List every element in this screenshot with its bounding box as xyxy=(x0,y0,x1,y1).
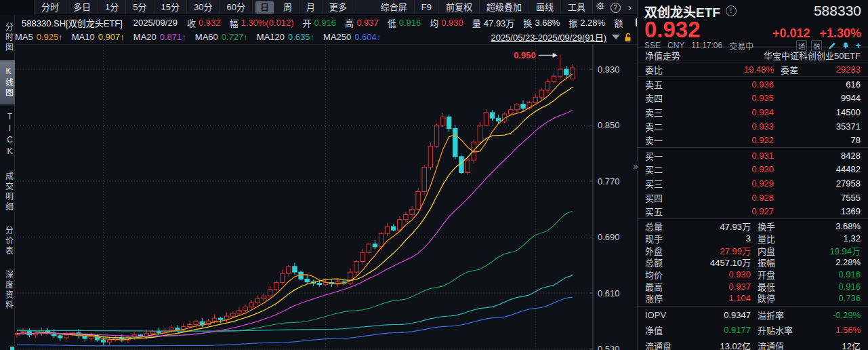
period-tab[interactable]: 30分 xyxy=(187,0,220,15)
order-level-label: 买三 xyxy=(645,177,680,190)
tool-menu-item[interactable]: 综合屏 xyxy=(374,0,415,15)
sidebar-tab[interactable]: K线图 xyxy=(0,60,15,104)
period-tab[interactable]: 1分 xyxy=(98,0,126,15)
stat-label: 总额 xyxy=(645,256,680,269)
stats-grid: 总量47.93万换手3.68%现手3量比1.32外盘27.99万内盘19.94万… xyxy=(638,218,868,306)
period-tab[interactable]: 日 xyxy=(255,1,274,14)
date-range-dropdown-icon[interactable] xyxy=(612,35,620,39)
ask-orderbook: 卖五0.936616卖四0.9359944卖三0.93414500卖二0.933… xyxy=(638,76,868,147)
period-tab[interactable]: 月 xyxy=(299,0,323,15)
order-level-label: 买四 xyxy=(645,191,680,204)
help-icon[interactable]: ? xyxy=(608,2,623,13)
quote-field-value: 1.30%(0.012) xyxy=(241,18,293,28)
stat-value: 0.916 xyxy=(801,269,861,279)
order-volume: 27958 xyxy=(774,178,861,189)
bid-row[interactable]: 买二0.93044482 xyxy=(645,163,861,177)
quote-field-value: 0.930 xyxy=(441,18,463,28)
ma-label: MA250 xyxy=(323,32,351,42)
period-tab[interactable]: 5分 xyxy=(126,0,154,15)
period-tab[interactable]: 周 xyxy=(276,0,299,15)
stat-label: 现手 xyxy=(645,232,680,245)
tool-menu-item[interactable]: 画线 xyxy=(529,0,561,15)
sidebar-tab[interactable]: 成交明细 xyxy=(0,166,15,218)
bid-row[interactable]: 买五0.9271369 xyxy=(645,204,861,218)
valuation-grid: IOPV0.9347溢折率-0.29%净值0.9177升贴水率1.56%流通盘1… xyxy=(638,306,868,350)
ask-row[interactable]: 卖一0.93278 xyxy=(645,133,861,147)
sidebar-tab[interactable]: TICK xyxy=(0,106,15,164)
chevron-right-icon[interactable]: › xyxy=(623,1,637,13)
unlock-icon[interactable] xyxy=(624,33,633,42)
ma-label: MA10 xyxy=(72,32,95,42)
stat-label: 最高 xyxy=(645,280,680,293)
quote-field-value: 0.916 xyxy=(399,18,421,28)
panel-expander[interactable]: » xyxy=(632,161,640,171)
underlying-fund-link[interactable]: 华宝中证科创创业50ETF xyxy=(764,49,861,62)
quote-field: 收0.932 xyxy=(187,16,221,29)
stat-row: 外盘27.99万内盘19.94万 xyxy=(645,244,861,256)
stat-value: 4457.10万 xyxy=(680,256,751,269)
order-volume: 9944 xyxy=(774,93,861,103)
stat-label: 流通盘 xyxy=(645,339,680,350)
stat-value: 0.736 xyxy=(801,293,861,303)
stat-label: 量比 xyxy=(758,232,801,245)
sidebar-tab[interactable]: 深度资料 xyxy=(0,264,15,317)
tool-menu-item[interactable]: 工具 xyxy=(561,0,593,15)
view-sidebar: 分时图K线图TICK成交明细分价表深度资料 xyxy=(0,15,15,350)
ma-legend-item: MA600.727↑ xyxy=(195,32,248,42)
ask-row[interactable]: 卖四0.9359944 xyxy=(645,92,861,106)
order-volume: 14500 xyxy=(774,107,861,117)
quote-field-label: 低 xyxy=(388,16,396,29)
quote-field-label: 均 xyxy=(430,16,438,29)
period-toolbar: 分时多日1分5分15分30分60分日周月更多 综合屏F9前复权超级叠加画线工具 … xyxy=(0,0,637,15)
quote-panel: » 双创龙头ETF ! 588330 0.932 +0.012 +1.30% S… xyxy=(637,0,868,350)
kline-chart[interactable]: 0.9300.8500.7700.6900.6100.5300.950 xyxy=(15,45,637,350)
sidebar-tab[interactable]: 分时图 xyxy=(0,16,15,59)
bid-row[interactable]: 买三0.92927958 xyxy=(645,176,861,191)
ma-label: MA5 xyxy=(15,32,33,42)
sidebar-tab[interactable]: 分价表 xyxy=(0,220,15,262)
stat-row: 最高0.937最低0.916 xyxy=(645,280,861,292)
quote-field-label: 量 xyxy=(472,16,481,29)
date-range-link[interactable]: 2025/05/23-2025/09/29(91日) xyxy=(491,31,606,43)
svg-text:0.610: 0.610 xyxy=(598,288,620,298)
ma-value: 0.604↑ xyxy=(354,32,381,42)
bid-row[interactable]: 买四0.9287555 xyxy=(645,191,861,205)
order-level-label: 买二 xyxy=(645,163,680,176)
quote-field-value: 47.93万 xyxy=(484,16,515,29)
quote-date: 2025/09/29 xyxy=(133,18,178,28)
ask-row[interactable]: 卖三0.93414500 xyxy=(645,105,861,119)
quote-field-label: 幅 xyxy=(229,16,238,29)
info-icon[interactable]: ! xyxy=(726,5,737,16)
period-tab[interactable]: 更多 xyxy=(323,0,354,15)
kline-chart-canvas[interactable]: 0.9300.8500.7700.6900.6100.5300.950 xyxy=(15,45,637,350)
tool-menu-item[interactable]: F9 xyxy=(415,0,439,15)
quote-info-bar: 588330.SH[双创龙头ETF] 2025/09/29 收0.932幅1.3… xyxy=(15,15,637,30)
period-tab[interactable]: 15分 xyxy=(154,0,187,15)
stat-value: 3.68% xyxy=(801,221,861,231)
period-tab[interactable]: 分时 xyxy=(35,0,66,15)
period-tab[interactable]: 60分 xyxy=(220,0,252,15)
stat-value: 2.28% xyxy=(801,257,861,267)
quote-field-value: 0.916 xyxy=(314,18,337,28)
stat-value: 13.02亿 xyxy=(680,339,751,350)
settings-gear-icon[interactable] xyxy=(593,1,608,13)
svg-text:0.950: 0.950 xyxy=(514,50,536,60)
trading-terminal: 分时多日1分5分15分30分60分日周月更多 综合屏F9前复权超级叠加画线工具 … xyxy=(0,0,868,350)
ma-legend-item: MA1200.635↑ xyxy=(257,32,314,42)
ask-row[interactable]: 卖二0.93335371 xyxy=(645,119,861,134)
order-level-label: 卖二 xyxy=(645,120,680,133)
stat-value: -0.29% xyxy=(801,310,861,320)
tool-menu-item[interactable]: 前复权 xyxy=(439,0,480,15)
ma-label: MA120 xyxy=(257,32,285,42)
quote-field: 均0.930 xyxy=(430,16,463,29)
weicha-label: 委差 xyxy=(781,63,824,76)
tool-menu-item[interactable]: 超级叠加 xyxy=(480,0,529,15)
stat-label: 振幅 xyxy=(758,256,801,269)
svg-text:0.850: 0.850 xyxy=(598,120,620,130)
bid-row[interactable]: 买一0.9318428 xyxy=(645,149,861,163)
stat-value: 27.99万 xyxy=(680,244,751,257)
stat-value: 19.94万 xyxy=(801,244,861,257)
ask-row[interactable]: 卖五0.936616 xyxy=(645,77,861,92)
trading-status: 交易中 xyxy=(729,40,753,52)
period-tab[interactable]: 多日 xyxy=(66,0,98,15)
